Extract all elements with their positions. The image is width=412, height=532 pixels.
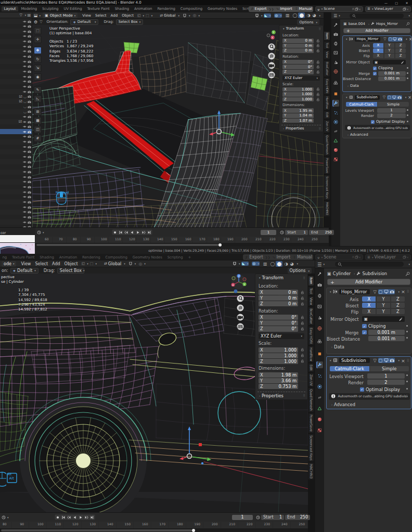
number-field[interactable]: Y0 m [282,44,314,48]
proportional-edit-toggle[interactable]: ◎▾ [192,13,200,18]
outliner-row[interactable] [0,19,32,24]
outliner-row[interactable] [0,134,32,139]
menu-object[interactable]: Object [62,262,80,266]
axis-toggle-y[interactable]: Y [384,48,395,53]
clipping-checkbox[interactable]: ✓ [373,67,377,70]
modifier-header[interactable]: ▾Subdivision▽▢▾×⠿ [343,94,411,100]
proportional-dropdown[interactable]: ◣▾ [264,14,271,18]
workspace-tab-rendering[interactable]: Rendering [80,255,102,260]
n-panel-tab-view[interactable]: View [324,50,330,59]
nav-gizmo-cluster[interactable]: YX [261,26,279,88]
outliner-row[interactable]: ☑◡ [0,99,32,104]
advanced-subpanel-header[interactable]: ›Advanced [330,402,355,407]
workspace-tab-layout[interactable]: Layout [2,6,18,11]
snap-toggle[interactable]: ▾ [128,262,136,266]
tool-annotate[interactable]: ✎ [34,86,42,94]
outliner-row[interactable]: ◡ [0,104,32,109]
number-field[interactable]: Z1.07 m [282,119,314,123]
n-panel-tab-powersave[interactable]: PowerSave [308,413,314,433]
number-field[interactable]: Y0 m [259,295,298,301]
n-panel-tab-zen-uv[interactable]: Zen UV [324,120,330,133]
clipping-checkbox[interactable]: ✓ [362,324,366,328]
tab-material[interactable] [316,416,323,423]
animate-dot[interactable] [406,381,408,382]
import-button[interactable]: Import [280,7,292,11]
drag-value-dropdown[interactable]: Select Box▾ [57,268,84,274]
menu-add[interactable]: Add [109,14,120,18]
outliner-row[interactable] [0,189,32,194]
tab-physics[interactable] [332,119,339,125]
outliner-row[interactable] [0,84,32,89]
outliner-row[interactable] [0,214,32,219]
xray-toggle[interactable]: ▥ [286,13,290,18]
workspace-tab-texture-paint[interactable]: Texture Paint [10,255,37,260]
axis-toggle-y[interactable]: Y [384,43,395,48]
axis-toggle-z[interactable]: Z [395,48,406,53]
tab-world[interactable] [316,325,323,332]
tab-view-layer[interactable] [316,303,323,310]
breadcrumb-object[interactable]: base.004 [349,22,365,26]
snap-toggle[interactable]: ▾ [183,14,190,18]
n-panel-tab-boxcutter[interactable]: BoxCutter [324,60,330,77]
levels-viewport-field[interactable]: 1 [377,108,406,113]
outliner-tree[interactable]: ☑◡☑◡◡◡☑ [0,19,32,227]
tool-select-box[interactable]: ⬚ [34,27,42,34]
n-panel-tab-easy-hdri[interactable]: Easy HDRI [324,77,330,95]
minimize-button[interactable]: — [381,0,391,5]
outliner-row[interactable] [0,139,32,145]
number-field[interactable]: Z0.753 m [259,384,298,389]
pivot-dropdown[interactable]: ◱▾ [137,14,144,18]
tab-view-layer[interactable] [332,49,339,56]
workspace-tab-animation[interactable]: Animation [132,6,154,11]
scene-selector[interactable]: ⬙▾Scene⇱× [315,6,363,12]
animate-dot[interactable] [406,388,408,390]
advanced-subpanel-header[interactable]: ›Advanced [346,133,368,137]
tool-measure[interactable]: ◺ [34,95,42,102]
end-frame-field[interactable]: End250 [309,230,334,235]
manual-button[interactable]: Manual [299,7,312,11]
orientation-value-dropdown[interactable]: ❖Default▾ [70,19,98,25]
menu-object[interactable]: Object [120,14,136,18]
drag-value-dropdown[interactable]: Select Box▾ [116,19,143,25]
outliner-row[interactable] [0,59,32,64]
breadcrumb-modifier[interactable]: Subdivision [363,271,388,276]
breadcrumb-modifier[interactable]: Hops_Mirror [376,22,398,26]
tab-modifiers[interactable] [316,361,323,368]
axis-toggle-z[interactable]: Z [391,309,405,314]
axis-toggle-y[interactable]: Y [377,309,391,314]
manual-button[interactable]: Manual [297,255,312,259]
view-layer-selector[interactable]: ≣▾ViewLayer× [365,254,411,260]
tab-tool[interactable] [332,21,339,28]
timeline-scrollbar[interactable] [1,529,192,531]
number-field[interactable]: Y0° [259,320,298,326]
timeline-editor-type-button[interactable]: ▾ [2,515,9,520]
scene-selector[interactable]: ⬙▾Scene⇱× [315,254,363,260]
tab-render[interactable] [316,281,323,288]
record-button[interactable] [112,230,118,235]
n-panel-tab-quad-remesh[interactable]: Quad Remesh [308,387,314,412]
animate-dot[interactable] [406,325,408,327]
play-reverse-button[interactable] [130,230,135,235]
tab-output[interactable] [332,40,339,47]
outliner-row[interactable] [0,74,32,79]
outliner-row[interactable] [0,219,32,225]
number-field[interactable]: X1.000 [259,347,298,353]
outliner-row[interactable] [0,89,32,94]
add-modifier-button[interactable]: +Add Modifier [327,279,410,285]
tab-tool[interactable] [316,270,323,277]
tab-render[interactable] [332,31,339,37]
axis-toggle-z[interactable]: Z [391,296,405,302]
number-field[interactable]: Z0 m [282,48,314,53]
modifier-name-field[interactable]: Hops_Mirror [355,37,381,42]
menu-view[interactable]: View [80,14,93,18]
next-keyframe-button[interactable] [141,230,146,235]
number-field[interactable]: X1.000 [282,87,314,92]
n-panel-tab-powersave[interactable]: PowerSave [324,157,330,175]
n-panel-tab-machin3[interactable]: MACHIN3 [308,462,314,480]
rotation-mode-dropdown[interactable]: XYZ Euler▾ [259,333,304,339]
tool-inset[interactable]: ◫ [34,126,42,133]
tab-scene[interactable] [332,59,339,66]
jump-to-end-button[interactable] [89,515,95,520]
proportional-dropdown[interactable]: ◣▾ [241,262,249,266]
levels-viewport-field[interactable]: 1 [367,373,405,379]
